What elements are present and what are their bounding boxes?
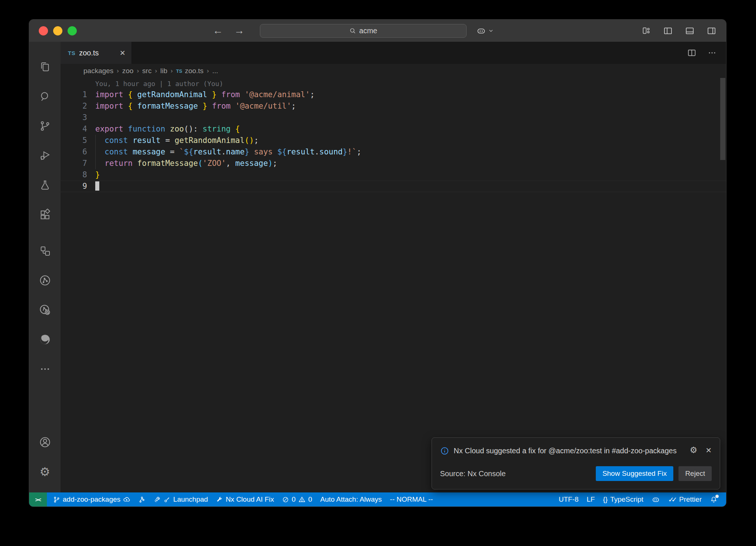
line-content: } xyxy=(87,169,100,181)
vim-mode-item[interactable]: -- NORMAL -- xyxy=(386,492,437,506)
code-line[interactable]: 5 const result = getRandomAnimal(); xyxy=(61,135,726,146)
line-content: import { formatMessage } from '@acme/uti… xyxy=(87,100,296,112)
sidebar-item-more-views[interactable] xyxy=(29,354,61,384)
code-editor[interactable]: You, 1 hour ago | 1 author (You) 1import… xyxy=(61,78,726,492)
eol-item[interactable]: LF xyxy=(583,492,599,506)
nx-cloud-ai-fix-label: Nx Cloud AI Fix xyxy=(226,495,274,504)
sidebar-item-search[interactable] xyxy=(29,82,61,111)
breadcrumb-src[interactable]: src xyxy=(142,67,151,75)
run-debug-icon xyxy=(39,150,51,161)
copilot-status-item[interactable] xyxy=(647,492,664,506)
warning-icon xyxy=(298,496,306,503)
nx-console-icon xyxy=(39,274,51,287)
notification-toast: Nx Cloud suggested a fix for @acme/zoo:t… xyxy=(432,437,720,489)
sidebar-item-nx-console[interactable] xyxy=(29,266,61,295)
ellipsis-icon xyxy=(39,364,51,375)
sidebar-item-source-control[interactable] xyxy=(29,111,61,141)
chevron-right-icon: › xyxy=(207,67,209,75)
maximize-window-button[interactable] xyxy=(68,26,77,35)
notifications-bell-item[interactable] xyxy=(706,492,722,506)
remote-indicator[interactable]: >< xyxy=(29,492,47,506)
sidebar-item-run-debug[interactable] xyxy=(29,141,61,170)
code-line[interactable]: 2import { formatMessage } from '@acme/ut… xyxy=(61,100,726,112)
line-content: const message = `${result.name} says ${r… xyxy=(87,146,361,158)
line-number: 5 xyxy=(61,135,87,146)
activity-bar: ⚙ xyxy=(29,42,61,492)
launchpad-item[interactable]: Launchpad xyxy=(150,492,212,506)
sidebar-item-nx-projects[interactable] xyxy=(29,236,61,266)
editor-scrollbar[interactable] xyxy=(720,78,725,160)
sidebar-item-testing[interactable] xyxy=(29,170,61,200)
traffic-lights xyxy=(39,26,77,35)
breadcrumb-overflow[interactable]: ... xyxy=(212,67,218,75)
code-line[interactable]: 3 xyxy=(61,112,726,123)
sidebar-item-extensions[interactable] xyxy=(29,200,61,229)
status-bar: >< add-zoo-packages Launchpad Nx Cloud A… xyxy=(29,492,726,506)
tab-close-icon[interactable]: ✕ xyxy=(120,49,126,57)
customize-layout-icon[interactable] xyxy=(642,26,651,35)
line-content: import { getRandomAnimal } from '@acme/a… xyxy=(87,89,315,100)
copilot-menu-button[interactable] xyxy=(476,26,494,36)
sidebar-item-explorer[interactable] xyxy=(29,52,61,82)
breadcrumb-file[interactable]: zoo.ts xyxy=(185,67,204,75)
close-window-button[interactable] xyxy=(39,26,48,35)
source-control-graph-item[interactable] xyxy=(134,492,150,506)
toggle-secondary-sidebar-icon[interactable] xyxy=(707,26,717,36)
tab-bar: TS zoo.ts ✕ xyxy=(61,42,726,64)
gear-icon: ⚙ xyxy=(39,465,50,479)
split-editor-icon[interactable] xyxy=(687,48,697,58)
typescript-file-icon: TS xyxy=(68,50,75,56)
encoding-label: UTF-8 xyxy=(559,495,578,504)
rocket-icon xyxy=(154,496,161,503)
toggle-panel-icon[interactable] xyxy=(685,26,695,36)
command-center-search[interactable]: acme xyxy=(260,24,467,38)
minimize-window-button[interactable] xyxy=(53,26,62,35)
breadcrumb-lib[interactable]: lib xyxy=(160,67,167,75)
code-lines: 1import { getRandomAnimal } from '@acme/… xyxy=(61,89,726,192)
search-value: acme xyxy=(359,27,377,35)
chevron-right-icon: › xyxy=(155,67,157,75)
settings-button[interactable]: ⚙ xyxy=(29,457,61,487)
breadcrumb-zoo[interactable]: zoo xyxy=(122,67,134,75)
tab-zoo-ts[interactable]: TS zoo.ts ✕ xyxy=(61,42,131,64)
accounts-button[interactable] xyxy=(29,427,61,457)
breadcrumb-packages[interactable]: packages xyxy=(83,67,113,75)
code-line[interactable]: 4export function zoo(): string { xyxy=(61,123,726,135)
notification-settings-icon[interactable]: ⚙ xyxy=(690,446,698,454)
editor-more-actions-icon[interactable] xyxy=(708,48,717,57)
sidebar-item-nx-cloud[interactable] xyxy=(29,295,61,325)
code-line[interactable]: 7 return formatMessage('ZOO', message); xyxy=(61,158,726,169)
reject-button[interactable]: Reject xyxy=(678,466,712,481)
encoding-item[interactable]: UTF-8 xyxy=(554,492,583,506)
code-line[interactable]: 9 xyxy=(61,181,726,192)
code-line[interactable]: 1import { getRandomAnimal } from '@acme/… xyxy=(61,89,726,100)
toggle-primary-sidebar-icon[interactable] xyxy=(663,26,673,36)
auto-attach-item[interactable]: Auto Attach: Always xyxy=(316,492,386,506)
prettier-item[interactable]: ✓✓ Prettier xyxy=(664,492,706,506)
show-suggested-fix-button[interactable]: Show Suggested Fix xyxy=(596,466,673,481)
braces-icon: {} xyxy=(603,495,608,504)
nx-cloud-ai-fix-item[interactable]: Nx Cloud AI Fix xyxy=(212,492,278,506)
language-mode-item[interactable]: {} TypeScript xyxy=(599,492,647,506)
line-number: 6 xyxy=(61,146,87,158)
vim-block-cursor xyxy=(95,181,99,191)
line-number: 8 xyxy=(61,169,87,181)
vim-mode-label: -- NORMAL -- xyxy=(390,495,433,504)
line-number: 3 xyxy=(61,112,87,123)
notification-message: Nx Cloud suggested a fix for @acme/zoo:t… xyxy=(454,445,690,457)
problems-item[interactable]: 0 0 xyxy=(278,492,316,506)
line-number: 9 xyxy=(61,181,87,192)
warning-count: 0 xyxy=(308,495,312,504)
git-branch-item[interactable]: add-zoo-packages xyxy=(49,492,134,506)
chevron-right-icon: › xyxy=(171,67,173,75)
back-button[interactable]: ← xyxy=(213,25,223,37)
code-line[interactable]: 6 const message = `${result.name} says $… xyxy=(61,146,726,158)
key-icon xyxy=(164,496,171,503)
search-icon xyxy=(349,27,356,34)
notification-close-icon[interactable]: ✕ xyxy=(705,447,712,454)
error-count: 0 xyxy=(292,495,296,504)
forward-button[interactable]: → xyxy=(234,25,244,37)
code-line[interactable]: 8} xyxy=(61,169,726,181)
sidebar-item-edge-browser[interactable] xyxy=(29,325,61,354)
chevron-right-icon: › xyxy=(137,67,139,75)
